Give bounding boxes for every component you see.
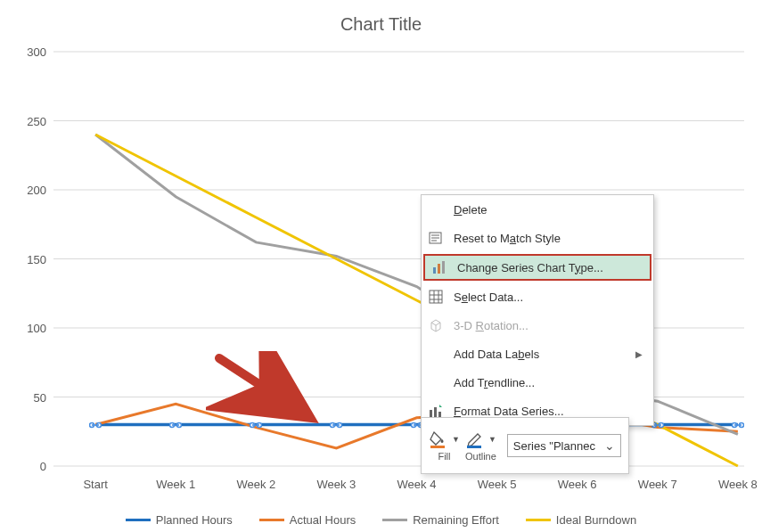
y-tick-label: 250 xyxy=(0,114,46,127)
legend-swatch xyxy=(126,519,151,521)
legend-swatch xyxy=(526,519,551,521)
reset-icon xyxy=(427,229,445,247)
grid-icon xyxy=(427,288,445,306)
menu-item-label: Add Data Labels xyxy=(454,348,627,361)
outline-color-swatch xyxy=(467,446,481,448)
pen-icon xyxy=(465,430,485,449)
blank-icon xyxy=(427,345,445,363)
svg-rect-47 xyxy=(430,410,432,417)
legend-item-planned[interactable]: Planned Hours xyxy=(126,513,233,527)
selection-handle[interactable] xyxy=(250,421,262,430)
menu-item-add-trendline[interactable]: Add Trendline... xyxy=(422,368,653,397)
menu-item-label: Format Data Series... xyxy=(454,405,643,418)
legend-swatch xyxy=(382,519,407,521)
x-tick-label: Week 4 xyxy=(397,478,437,491)
chart-bars-icon xyxy=(430,258,448,276)
context-menu: DeleteReset to Match StyleChange Series … xyxy=(421,194,654,426)
selection-handle[interactable] xyxy=(169,421,182,430)
fill-color-swatch xyxy=(430,446,445,448)
outline-dropdown[interactable]: ▼ Outline xyxy=(465,430,496,462)
menu-item-label: Delete xyxy=(454,203,643,217)
y-tick-label: 100 xyxy=(0,322,46,335)
cube-icon xyxy=(427,316,445,334)
menu-item-label: Add Trendline... xyxy=(454,376,643,389)
svg-line-7 xyxy=(219,358,304,413)
x-tick-label: Week 1 xyxy=(156,478,195,491)
submenu-arrow-icon: ▶ xyxy=(635,349,643,359)
annotation-arrow xyxy=(206,351,322,431)
legend-item-ideal[interactable]: Ideal Burndown xyxy=(526,513,636,527)
y-tick-label: 0 xyxy=(0,460,46,473)
format-mini-toolbar: ▼ Fill ▼ Outline Series "Plannec ⌄ xyxy=(421,417,629,474)
selection-handle[interactable] xyxy=(89,421,102,430)
chevron-down-icon: ▼ xyxy=(487,435,496,444)
y-tick-label: 300 xyxy=(0,45,46,59)
svg-rect-39 xyxy=(433,267,436,274)
legend-label: Actual Hours xyxy=(290,513,356,527)
menu-item-label: Reset to Match Style xyxy=(454,232,643,245)
selection-handle[interactable] xyxy=(732,421,744,430)
menu-item-label: 3-D Rotation... xyxy=(454,319,643,332)
chevron-down-icon: ⌄ xyxy=(604,438,615,453)
fill-dropdown[interactable]: ▼ Fill xyxy=(429,430,460,462)
y-tick-label: 200 xyxy=(0,184,46,197)
svg-rect-41 xyxy=(442,261,445,274)
x-tick-label: Start xyxy=(83,478,107,491)
menu-item-d-rotation: 3-D Rotation... xyxy=(422,311,653,340)
legend-swatch xyxy=(259,519,284,521)
menu-item-reset-to-match-style[interactable]: Reset to Match Style xyxy=(422,224,653,252)
svg-rect-42 xyxy=(430,291,442,303)
blank-icon xyxy=(427,201,445,218)
legend-label: Ideal Burndown xyxy=(556,513,636,527)
svg-rect-48 xyxy=(434,407,437,417)
x-tick-label: Week 7 xyxy=(638,478,677,491)
legend-item-remaining[interactable]: Remaining Effort xyxy=(382,513,499,527)
legend-item-actual[interactable]: Actual Hours xyxy=(259,513,356,527)
x-tick-label: Week 8 xyxy=(718,478,758,491)
fill-label: Fill xyxy=(438,451,450,462)
legend-label: Planned Hours xyxy=(156,513,233,527)
menu-item-label: Select Data... xyxy=(454,291,643,304)
menu-item-add-data-labels[interactable]: Add Data Labels▶ xyxy=(422,340,653,368)
blank-icon xyxy=(427,373,445,391)
legend-label: Remaining Effort xyxy=(413,513,499,527)
menu-item-delete[interactable]: Delete xyxy=(422,195,653,224)
svg-rect-40 xyxy=(438,264,440,274)
series-selector-text: Series "Plannec xyxy=(513,439,595,453)
y-tick-label: 150 xyxy=(0,252,46,266)
menu-item-select-data[interactable]: Select Data... xyxy=(422,282,653,311)
x-tick-label: Week 2 xyxy=(236,478,275,491)
menu-item-label: Change Series Chart Type... xyxy=(457,261,639,274)
x-tick-label: Week 3 xyxy=(316,478,356,491)
legend[interactable]: Planned Hours Actual Hours Remaining Eff… xyxy=(0,513,762,527)
menu-item-change-series-chart-type[interactable]: Change Series Chart Type... xyxy=(423,254,651,281)
selection-handle[interactable] xyxy=(330,421,342,430)
fill-bucket-icon xyxy=(429,430,448,449)
x-tick-label: Week 5 xyxy=(478,478,517,491)
x-tick-label: Week 6 xyxy=(558,478,597,491)
y-tick-label: 50 xyxy=(0,390,46,404)
chevron-down-icon: ▼ xyxy=(450,435,460,444)
outline-label: Outline xyxy=(465,451,496,462)
series-selector-combo[interactable]: Series "Plannec ⌄ xyxy=(507,434,621,457)
